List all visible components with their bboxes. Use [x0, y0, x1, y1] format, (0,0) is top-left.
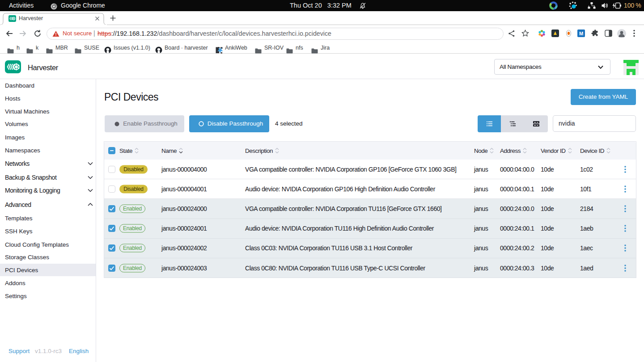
svg-text:M: M — [579, 31, 583, 36]
